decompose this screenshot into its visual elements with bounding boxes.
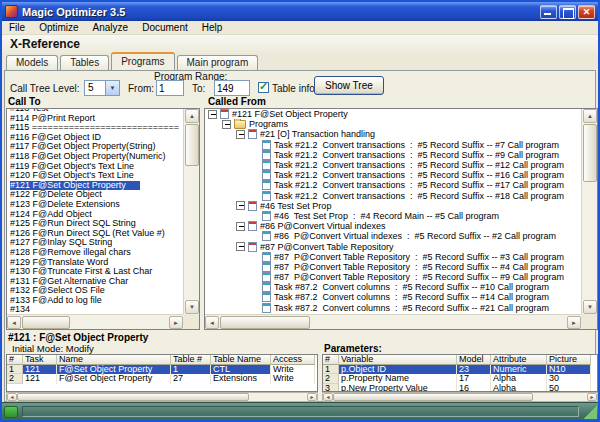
from-input[interactable] <box>156 80 184 96</box>
column-header[interactable]: # <box>323 355 339 365</box>
scroll-thumb[interactable] <box>583 124 597 182</box>
resize-grip[interactable] <box>583 404 597 419</box>
call-to-item[interactable]: #131 F@Get Alternative Char <box>7 277 183 287</box>
scroll-right-button[interactable] <box>587 393 597 401</box>
call-to-hscrollbar[interactable] <box>7 314 183 329</box>
call-to-vscrollbar[interactable] <box>183 109 199 314</box>
column-header[interactable]: Variable <box>339 355 457 365</box>
tree-node[interactable]: #46 Test Set Prop : #4 Record Main -- #5… <box>205 211 581 221</box>
menu-item-document[interactable]: Document <box>135 21 195 35</box>
call-to-item[interactable]: #129 F@Translate Word <box>7 258 183 268</box>
scroll-left-button[interactable] <box>323 393 333 401</box>
scroll-up-button[interactable] <box>185 109 199 123</box>
chevron-down-icon[interactable] <box>105 81 119 95</box>
menu-item-analyze[interactable]: Analyze <box>86 21 136 35</box>
call-to-item[interactable]: #119 F@Get Object's Text Line <box>7 162 183 172</box>
column-header[interactable]: Picture <box>547 355 591 365</box>
column-header[interactable]: Name <box>57 355 171 365</box>
title-bar[interactable]: Magic Optimizer 3.5 <box>2 2 598 21</box>
show-tree-button[interactable]: Show Tree <box>314 76 384 95</box>
tree-node[interactable]: #121 F@Set Object Property <box>205 109 581 119</box>
scroll-up-button[interactable] <box>583 109 597 123</box>
tree-node[interactable]: Task #21.2 Convert transactions : #5 Rec… <box>205 160 581 170</box>
tree-node[interactable]: Task #87.2 Convert columns : #5 Record S… <box>205 292 581 302</box>
column-header[interactable]: Table Name <box>211 355 271 365</box>
call-to-item[interactable]: #122 F@Delete Object <box>7 190 183 200</box>
tree-node[interactable]: Task #21.2 Convert transactions : #5 Rec… <box>205 191 581 201</box>
scroll-thumb[interactable] <box>220 316 310 329</box>
tree-node[interactable]: Programs <box>205 119 581 129</box>
call-to-item[interactable]: #126 F@Run Direct SQL (Ret Value #) <box>7 229 183 239</box>
menu-item-help[interactable]: Help <box>195 21 230 35</box>
tab-main-program[interactable]: Main program <box>177 55 259 70</box>
call-to-item[interactable]: #116 F@Get Object ID <box>7 133 183 143</box>
call-to-item[interactable]: #123 F@Delete Extensions <box>7 200 183 210</box>
call-to-item[interactable]: #134 <box>7 305 183 314</box>
tree-node[interactable]: #86 P@Convert Virtual indexes : #5 Recor… <box>205 231 581 241</box>
menu-item-file[interactable]: File <box>2 21 32 35</box>
column-header[interactable]: Table # <box>171 355 211 365</box>
collapse-toggle[interactable] <box>236 130 245 139</box>
tab-tables[interactable]: Tables <box>60 55 109 70</box>
column-header[interactable]: # <box>7 355 23 365</box>
table-row[interactable]: 1121F@Set Object Property1CTLWrite <box>7 365 317 374</box>
column-header[interactable]: Access <box>271 355 315 365</box>
tree-node[interactable]: Task #21.2 Convert transactions : #5 Rec… <box>205 150 581 160</box>
scroll-thumb[interactable] <box>333 393 533 401</box>
call-to-item[interactable]: #127 F@Inlay SQL String <box>7 238 183 248</box>
call-to-item[interactable]: #125 F@Run Direct SQL String <box>7 219 183 229</box>
scroll-thumb[interactable] <box>185 124 199 166</box>
tree-node[interactable]: #87 P@Convert Table Repository : #5 Reco… <box>205 272 581 282</box>
scroll-right-button[interactable] <box>169 316 183 329</box>
column-header[interactable]: Model <box>457 355 491 365</box>
table-info-checkbox[interactable] <box>258 82 269 93</box>
tree-node[interactable]: #87 P@Convert Table Repository : #5 Reco… <box>205 252 581 262</box>
table-row[interactable]: 2p.Property Name17Alpha30 <box>323 374 597 383</box>
call-to-item[interactable]: #124 F@Add Object <box>7 210 183 220</box>
collapse-toggle[interactable] <box>208 110 217 119</box>
menu-item-optimize[interactable]: Optimize <box>32 21 85 35</box>
tab-models[interactable]: Models <box>6 55 58 70</box>
collapse-toggle[interactable] <box>236 222 245 231</box>
scroll-thumb[interactable] <box>22 316 70 329</box>
call-tree-level-select[interactable]: 5 <box>84 80 120 96</box>
to-input[interactable] <box>214 80 250 96</box>
call-to-item[interactable]: #128 F@Remove illegal chars <box>7 248 183 258</box>
tree-node[interactable]: Task #21.2 Convert transactions : #5 Rec… <box>205 180 581 190</box>
parameters-table-hscrollbar[interactable] <box>322 392 598 402</box>
tree-node[interactable]: Task #21.2 Convert transactions : #5 Rec… <box>205 140 581 150</box>
scroll-down-button[interactable] <box>185 300 199 314</box>
collapse-toggle[interactable] <box>222 120 231 129</box>
scroll-left-button[interactable] <box>7 393 17 401</box>
tree-node[interactable]: Task #87.2 Convert columns : #5 Record S… <box>205 303 581 313</box>
call-to-item[interactable]: #117 F@Get Object Property(String) <box>7 142 183 152</box>
tree-node[interactable]: #87 P@Convert Table Repository : #5 Reco… <box>205 262 581 272</box>
maximize-button[interactable] <box>559 5 576 19</box>
column-header[interactable]: Task <box>23 355 57 365</box>
tree-node[interactable]: Task #87.2 Convert columns : #5 Record S… <box>205 282 581 292</box>
tables-table-hscrollbar[interactable] <box>6 392 318 402</box>
call-to-item[interactable]: #132 F@Select OS File <box>7 286 183 296</box>
tree-node[interactable]: #87 P@Convert Table Repository <box>205 241 581 251</box>
call-to-item[interactable]: #114 P@Print Report <box>7 114 183 124</box>
scroll-right-button[interactable] <box>307 393 317 401</box>
call-to-item[interactable]: #120 F@Set Object's Text Line <box>7 171 183 181</box>
scroll-down-button[interactable] <box>583 300 597 314</box>
close-button[interactable] <box>578 5 595 19</box>
table-row[interactable]: 3p.New Property Value16Alpha50 <box>323 384 597 392</box>
tree-node[interactable]: #46 Test Set Prop <box>205 201 581 211</box>
call-to-item[interactable]: #133 F@Add to log file <box>7 296 183 306</box>
table-row[interactable]: 1p.Object ID23NumericN10 <box>323 365 597 374</box>
called-from-hscrollbar[interactable] <box>205 314 581 329</box>
tab-programs[interactable]: Programs <box>111 52 174 70</box>
call-to-item[interactable]: #130 F@Truncate First & Last Char <box>7 267 183 277</box>
scroll-left-button[interactable] <box>7 316 21 329</box>
collapse-toggle[interactable] <box>236 242 245 251</box>
scroll-left-button[interactable] <box>205 316 219 329</box>
tree-node[interactable]: Task #21.2 Convert transactions : #5 Rec… <box>205 170 581 180</box>
scroll-right-button[interactable] <box>567 316 581 329</box>
collapse-toggle[interactable] <box>236 201 245 210</box>
tree-node[interactable]: #86 P@Convert Virtual indexes <box>205 221 581 231</box>
call-to-item[interactable]: #115 ============================ <box>7 123 183 133</box>
tree-node[interactable]: #21 [O] Transaction handling <box>205 129 581 139</box>
